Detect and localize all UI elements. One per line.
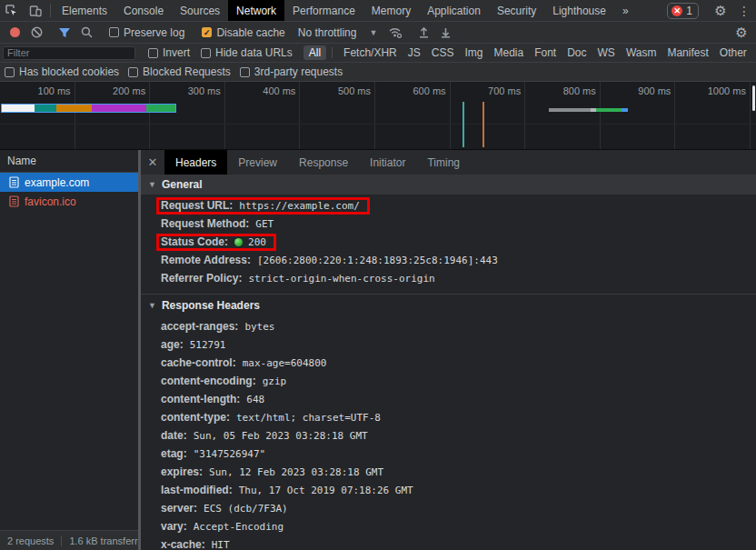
settings-button[interactable]: ⚙: [709, 3, 732, 19]
console-error-badge[interactable]: ✕ 1: [667, 3, 699, 19]
header-key: age:: [161, 338, 184, 351]
details-tab[interactable]: Timing: [416, 150, 471, 175]
resource-type-chip[interactable]: Other: [714, 45, 752, 60]
network-overview-timeline[interactable]: 100 ms200 ms300 ms400 ms500 ms600 ms700 …: [0, 82, 756, 150]
request-row[interactable]: favicon.ico: [0, 192, 138, 211]
header-key: Status Code:: [161, 235, 228, 248]
header-key: x-cache:: [161, 538, 205, 550]
request-waterfall-bar-favicon[interactable]: [549, 108, 628, 112]
tab-label: Console: [124, 5, 164, 17]
header-row: Request URL: https://example.com/: [141, 196, 756, 215]
divider: [50, 4, 51, 17]
devtools-panel-tab[interactable]: Application: [419, 0, 489, 21]
error-count: 1: [686, 5, 692, 17]
device-toolbar-button[interactable]: [24, 0, 47, 21]
details-tab-strip: ✕ HeadersPreviewResponseInitiatorTiming: [141, 150, 756, 175]
checkbox-box: ✓: [201, 48, 211, 58]
timeline-tick-label: 400 ms: [225, 82, 301, 149]
network-settings-button[interactable]: ⚙: [731, 24, 752, 42]
details-tab[interactable]: Response: [288, 150, 359, 175]
filter-checkbox[interactable]: ✓ Blocked Requests: [128, 65, 231, 78]
annotation-highlight: Remote Address: [2606:2800:220:1:248:189…: [156, 252, 508, 269]
export-har-button[interactable]: [434, 24, 456, 42]
details-tab[interactable]: Initiator: [359, 150, 416, 175]
checkbox-label: Invert: [163, 46, 190, 59]
header-row: date: Sun, 05 Feb 2023 03:28:18 GMT: [141, 426, 756, 445]
clear-network-log-button[interactable]: [25, 24, 47, 42]
devtools-panel-tab[interactable]: Performance: [284, 0, 363, 21]
devtools-panel-tab[interactable]: Security: [489, 0, 544, 21]
devtools-panel-tab[interactable]: Network: [228, 0, 284, 21]
throttling-dropdown[interactable]: No throttling ▼: [298, 26, 378, 39]
filter-input[interactable]: [3, 46, 135, 60]
inspect-element-button[interactable]: [0, 0, 24, 21]
checkbox-label: Has blocked cookies: [19, 65, 119, 78]
resource-type-chip[interactable]: Doc: [562, 45, 592, 60]
section-title: General: [162, 178, 203, 191]
import-har-button[interactable]: [413, 24, 434, 42]
close-details-button[interactable]: ✕: [141, 150, 164, 175]
requests-panel: Name example.com: [0, 150, 138, 550]
devtools-panel-tab[interactable]: Elements: [54, 0, 115, 21]
search-button[interactable]: [75, 24, 97, 42]
request-row[interactable]: example.com: [0, 173, 138, 192]
details-tab[interactable]: Preview: [227, 150, 288, 175]
devtools-panel-tab[interactable]: Memory: [363, 0, 419, 21]
header-row: content-type: text/html; charset=UTF-8: [141, 408, 756, 426]
search-icon: [81, 26, 93, 38]
record-network-log-button[interactable]: [4, 24, 25, 42]
header-value: Sun, 12 Feb 2023 03:28:18 GMT: [209, 466, 383, 478]
gear-icon: ⚙: [714, 3, 726, 19]
header-value: HIT: [212, 539, 230, 550]
page-event-marker: [463, 102, 464, 147]
tab-label: Application: [427, 5, 481, 17]
devtools-panel-tab[interactable]: Lighthouse: [544, 0, 614, 21]
header-value: bytes: [244, 321, 274, 333]
resource-type-chip[interactable]: Wasm: [621, 45, 662, 60]
overview-scrollbar-thumb[interactable]: [752, 85, 755, 111]
device-toolbar-icon: [29, 5, 42, 17]
chip-label: Img: [464, 46, 482, 59]
hide-data-urls-checkbox[interactable]: ✓ Hide data URLs: [201, 46, 293, 59]
preserve-log-checkbox[interactable]: ✓ Preserve log: [109, 26, 184, 39]
upload-icon: [418, 26, 430, 38]
devtools-panel-tab[interactable]: Console: [115, 0, 172, 21]
general-section-header[interactable]: ▼ General: [141, 175, 756, 195]
name-column-header[interactable]: Name: [0, 150, 138, 173]
filter-checkbox[interactable]: ✓ Has blocked cookies: [5, 65, 119, 78]
resource-type-chip[interactable]: Img: [459, 45, 488, 60]
details-tab[interactable]: Headers: [164, 150, 227, 175]
resource-type-chip[interactable]: CSS: [426, 45, 460, 60]
response-headers-section-header[interactable]: ▼ Response Headers: [141, 294, 756, 315]
tab-label: Lighthouse: [552, 5, 606, 17]
devtools-panel-tab[interactable]: »: [614, 0, 637, 21]
resource-type-chip[interactable]: JS: [403, 45, 426, 60]
resource-type-chip[interactable]: Fetch/XHR: [338, 45, 403, 60]
devtools-panel-tab[interactable]: Sources: [172, 0, 228, 21]
resource-type-chip[interactable]: Font: [529, 45, 562, 60]
filter-checkbox[interactable]: ✓ 3rd-party requests: [240, 65, 343, 78]
resource-type-chip[interactable]: Media: [488, 45, 529, 60]
chip-label: Other: [720, 46, 747, 59]
header-key: content-encoding:: [161, 375, 256, 387]
resource-type-chip[interactable]: Manifest: [662, 45, 713, 60]
network-filter-bar-2: ✓ Has blocked cookies ✓ Blocked Requests…: [0, 63, 756, 82]
tab-label: Response: [299, 156, 348, 169]
close-icon: ✕: [148, 155, 158, 169]
header-row: expires: Sun, 12 Feb 2023 03:28:18 GMT: [141, 463, 756, 481]
resource-type-chip[interactable]: WS: [592, 45, 621, 60]
request-waterfall-bar-example[interactable]: [1, 104, 176, 113]
tab-label: Elements: [62, 5, 107, 17]
header-value: [2606:2800:220:1:248:1893:25c8:1946]:443: [257, 255, 498, 266]
disable-cache-checkbox[interactable]: ✓ Disable cache: [202, 26, 284, 39]
filter-toggle-button[interactable]: [54, 24, 75, 42]
header-value: strict-origin-when-cross-origin: [248, 273, 434, 285]
resource-type-chip[interactable]: All: [303, 45, 326, 60]
network-conditions-button[interactable]: [384, 24, 406, 42]
invert-checkbox[interactable]: ✓ Invert: [148, 46, 190, 59]
timeline-tick-label: 500 ms: [300, 82, 375, 149]
waterfall-segment: [56, 105, 92, 112]
header-row: cache-control: max-age=604800: [141, 354, 756, 372]
checkbox-box: ✓: [240, 67, 250, 77]
more-options-button[interactable]: ⋮: [732, 4, 756, 18]
